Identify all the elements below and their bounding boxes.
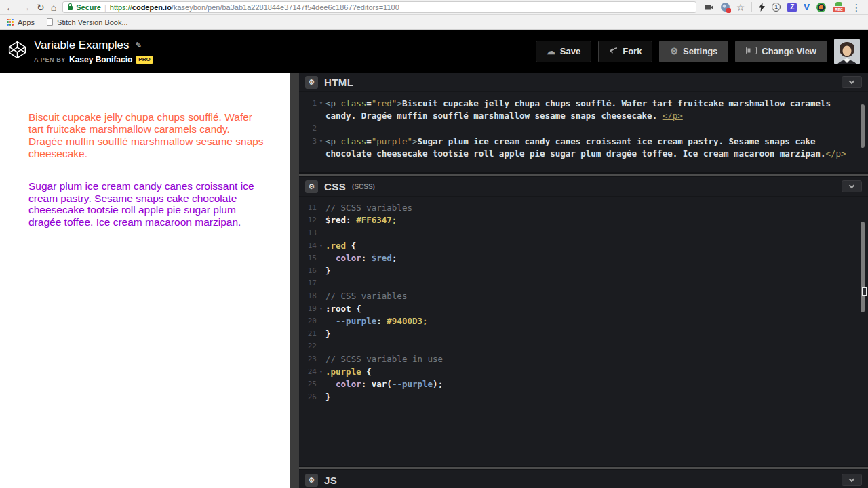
code-line[interactable]: 25 color: var(--purple); [299, 378, 868, 390]
cloud-icon: ☁ [547, 47, 555, 56]
code-line[interactable]: 19▾:root { [299, 302, 868, 315]
code-line[interactable]: 20 --purple: #9400D3; [299, 314, 868, 327]
fold-arrow-icon[interactable]: ▾ [317, 368, 326, 375]
save-button[interactable]: ☁ Save [536, 41, 591, 62]
editor-resize-handle[interactable] [299, 467, 868, 469]
lens-extension-icon[interactable] [816, 3, 826, 12]
html-settings-gear-icon[interactable]: ⚙ [305, 76, 318, 89]
html-collapse-button[interactable] [842, 76, 862, 88]
html-scrollbar-thumb[interactable] [861, 104, 865, 148]
js-settings-gear-icon[interactable]: ⚙ [305, 474, 318, 487]
url-bar[interactable]: Secure | https://codepen.io/kaseybon/pen… [62, 1, 696, 13]
code-text: // CSS variables [326, 291, 868, 301]
line-number: 19 [299, 304, 317, 313]
chevron-down-icon [849, 476, 854, 481]
fold-arrow-icon[interactable]: ▾ [317, 242, 326, 249]
css-scrollbar-thumb[interactable] [861, 222, 865, 312]
apps-grid-icon[interactable] [7, 19, 14, 26]
bookmark-page-icon [47, 18, 53, 26]
code-line[interactable]: 3▾<p class="purple">Sugar plum ice cream… [299, 135, 868, 148]
line-number: 11 [299, 203, 317, 212]
z-extension-icon[interactable]: Z [787, 3, 797, 12]
browser-toolbar: ← → ↻ ⌂ Secure | https://codepen.io/kase… [0, 0, 868, 15]
fold-arrow-icon[interactable]: ▾ [317, 305, 326, 312]
lock-icon [68, 6, 73, 10]
circle-one-extension-icon[interactable]: 1 [772, 3, 781, 12]
url-separator: | [104, 3, 106, 12]
bookmark-star-icon[interactable]: ☆ [736, 3, 745, 12]
bookmark-item[interactable]: Stitch Version Book... [57, 18, 128, 26]
code-line[interactable]: 21} [299, 327, 868, 340]
code-line[interactable]: 15 color: $red; [299, 251, 868, 264]
code-line[interactable]: 16} [299, 264, 868, 277]
globe-red-badge [726, 8, 731, 13]
code-line[interactable]: 18// CSS variables [299, 289, 868, 302]
apps-label[interactable]: Apps [18, 18, 35, 26]
code-line[interactable]: 11// SCSS variables [299, 201, 868, 214]
reload-icon[interactable]: ↻ [37, 3, 45, 12]
back-icon[interactable]: ← [5, 3, 15, 12]
camera-icon[interactable] [704, 4, 714, 11]
secure-label: Secure [76, 3, 101, 12]
code-line[interactable]: 14▾.red { [299, 239, 868, 252]
editor-resize-handle[interactable] [299, 174, 868, 176]
change-view-button[interactable]: Change View [735, 41, 827, 62]
code-text: $red: #FF6347; [326, 215, 868, 225]
codepen-logo-icon[interactable] [8, 41, 26, 62]
globe-badge-icon[interactable] [721, 3, 730, 12]
settings-button[interactable]: ⚙ Settings [659, 41, 728, 62]
code-line[interactable]: 17 [299, 277, 868, 290]
rec-extension-icon[interactable]: REC [833, 2, 845, 12]
pen-title: Variable Examples [34, 39, 129, 52]
author-name[interactable]: Kasey Bonifacio [69, 55, 132, 64]
code-text: color: $red; [326, 253, 868, 263]
css-code-area[interactable]: 11// SCSS variables12$red: #FF6347;1314▾… [299, 197, 868, 466]
preview-red-paragraph: Biscuit cupcake jelly chupa chups souffl… [28, 111, 264, 160]
chevron-down-icon [849, 182, 854, 188]
code-line[interactable]: chocolate cheesecake tootsie roll apple … [299, 147, 868, 160]
line-number: 17 [299, 279, 317, 287]
lightning-extension-icon[interactable] [759, 3, 765, 12]
css-settings-gear-icon[interactable]: ⚙ [305, 180, 318, 193]
gear-icon: ⚙ [670, 47, 678, 56]
code-line[interactable]: 26} [299, 390, 868, 403]
line-number: 16 [299, 266, 317, 275]
code-line[interactable]: 1▾<p class="red">Biscuit cupcake jelly c… [299, 97, 868, 110]
js-collapse-button[interactable] [842, 474, 862, 486]
panel-resize-divider[interactable] [290, 73, 299, 488]
pro-badge: PRO [136, 56, 153, 64]
code-line[interactable]: 2 [299, 122, 868, 135]
css-collapse-button[interactable] [842, 180, 862, 192]
home-icon[interactable]: ⌂ [51, 3, 56, 12]
code-text: <p class="purple">Sugar plum ice cream c… [326, 136, 868, 146]
code-text: // SCSS variables [326, 203, 868, 213]
html-editor-header: ⚙ HTML [299, 73, 868, 92]
code-text: <p class="red">Biscuit cupcake jelly chu… [326, 98, 868, 108]
code-text: } [326, 329, 868, 339]
fold-arrow-icon[interactable]: ▾ [317, 138, 326, 144]
line-number: 1 [299, 99, 317, 108]
browser-menu-icon[interactable]: ⋮ [852, 3, 861, 12]
html-editor-title: HTML [324, 77, 353, 88]
code-line[interactable]: 24▾.purple { [299, 365, 868, 378]
line-number: 26 [299, 392, 317, 401]
fork-button[interactable]: Fork [598, 41, 652, 62]
pen-title-block: Variable Examples✎ A PEN BY Kasey Bonifa… [34, 39, 153, 64]
fork-icon [609, 47, 618, 56]
v-extension-icon[interactable]: V [804, 3, 810, 12]
edit-pencil-icon[interactable]: ✎ [135, 41, 142, 50]
code-line[interactable]: 13 [299, 226, 868, 239]
code-line[interactable]: 22 [299, 340, 868, 353]
avatar[interactable] [834, 39, 860, 64]
forward-icon[interactable]: → [21, 3, 31, 12]
main-content: Biscuit cupcake jelly chupa chups souffl… [0, 73, 868, 488]
code-text: } [326, 392, 868, 402]
code-text: candy. Dragée muffin soufflé marshmallow… [326, 110, 868, 121]
code-line[interactable]: 12$red: #FF6347; [299, 214, 868, 227]
html-code-area[interactable]: 1▾<p class="red">Biscuit cupcake jelly c… [299, 92, 868, 172]
url-scheme: https:// [110, 3, 132, 12]
code-line[interactable]: 23// SCSS variable in use [299, 352, 868, 365]
code-text: --purple: #9400D3; [326, 316, 868, 326]
code-line[interactable]: candy. Dragée muffin soufflé marshmallow… [299, 110, 868, 123]
fold-arrow-icon[interactable]: ▾ [317, 100, 326, 106]
